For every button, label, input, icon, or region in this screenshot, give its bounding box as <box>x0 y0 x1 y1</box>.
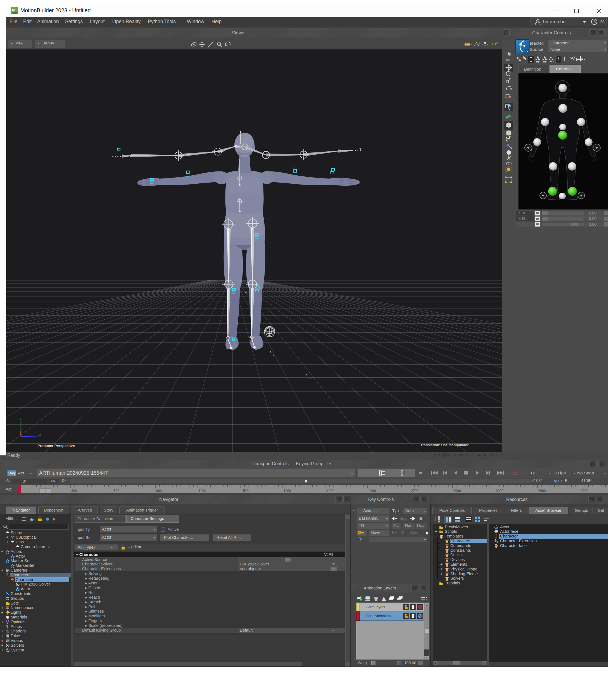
svg-text:1200: 1200 <box>199 489 206 493</box>
svg-text:Key: Key <box>400 516 406 521</box>
svg-text:2D: 2D <box>484 44 487 47</box>
svg-text:2400: 2400 <box>368 489 376 493</box>
svg-text:1500: 1500 <box>241 489 249 493</box>
svg-text:900: 900 <box>156 489 162 493</box>
svg-text:2100: 2100 <box>326 489 333 493</box>
svg-text:3300: 3300 <box>496 489 503 493</box>
svg-text:2700: 2700 <box>411 489 418 493</box>
svg-text:3000: 3000 <box>453 489 461 493</box>
svg-text:Translation: Use manipulator: Translation: Use manipulator <box>420 443 468 447</box>
svg-text:Z: Z <box>39 433 41 437</box>
svg-text:✕: ✕ <box>419 516 423 521</box>
svg-text:3600: 3600 <box>538 489 546 493</box>
svg-text:Producer Perspective: Producer Perspective <box>38 444 75 448</box>
svg-text:600: 600 <box>114 489 119 493</box>
svg-text:1800: 1800 <box>284 489 291 493</box>
svg-text:Y: Y <box>19 417 21 421</box>
svg-text:GBL: GBL <box>506 59 511 61</box>
svg-text:3900: 3900 <box>581 489 588 493</box>
svg-text:300: 300 <box>71 489 77 493</box>
